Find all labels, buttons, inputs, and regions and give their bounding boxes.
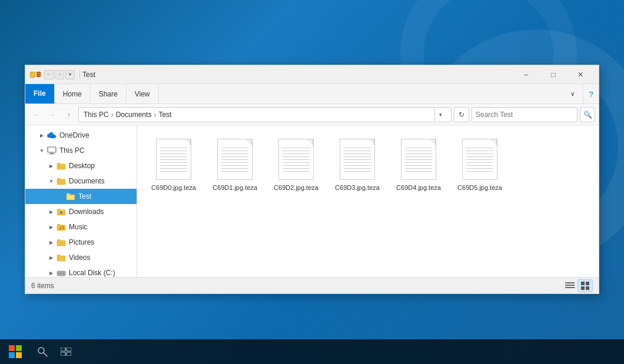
sidebar-toggle-videos[interactable]: ▶ [47, 253, 56, 262]
file-item[interactable]: C69D2.jpg.teza [268, 133, 324, 197]
nav-up-button[interactable]: ↑ [62, 108, 76, 122]
qat-forward[interactable]: → [55, 70, 64, 79]
tab-share[interactable]: Share [91, 84, 127, 103]
qat-down[interactable]: ▾ [65, 70, 75, 79]
file-item[interactable]: C69D4.jpg.teza [390, 133, 447, 197]
sidebar-item-test[interactable]: Test [25, 189, 137, 204]
svg-rect-30 [61, 352, 65, 356]
svg-rect-3 [57, 164, 65, 169]
file-name: C69D2.jpg.teza [274, 183, 318, 192]
sidebar-label-thispc: This PC [59, 146, 85, 155]
svg-rect-29 [67, 348, 71, 351]
search-input[interactable] [476, 111, 573, 119]
content-area[interactable]: C69D0.jpg.teza C69D1.jpg.teza C69D2.jpg.… [137, 125, 599, 277]
ribbon-help[interactable]: ? [583, 84, 599, 104]
sidebar-label-documents: Documents [69, 177, 105, 185]
sidebar-toggle-localdisk[interactable]: ▶ [47, 268, 56, 277]
sidebar-item-onedrive[interactable]: ▶ OneDrive [25, 128, 137, 143]
title-bar-sep [79, 71, 80, 79]
sidebar-toggle-music[interactable]: ▶ [47, 222, 56, 232]
status-bar: 6 items [25, 277, 599, 293]
file-item[interactable]: C69D1.jpg.teza [207, 133, 263, 197]
sidebar-item-downloads[interactable]: ▶ Downloads [25, 204, 137, 219]
tab-view[interactable]: View [127, 84, 159, 103]
downloads-icon [56, 206, 67, 217]
sidebar-toggle-thispc[interactable]: ▼ [37, 146, 47, 155]
svg-point-9 [62, 227, 64, 229]
sidebar-item-localdisk[interactable]: ▶ Local Disk (C:) [25, 265, 137, 277]
sidebar-toggle-pictures[interactable]: ▶ [47, 238, 56, 247]
address-path[interactable]: This PC › Documents › Test ▾ [78, 107, 452, 122]
sidebar-toggle-downloads[interactable]: ▶ [47, 207, 56, 216]
documents-folder-icon [56, 176, 67, 186]
svg-rect-16 [565, 285, 575, 286]
sidebar-toggle-test[interactable] [56, 192, 65, 201]
svg-rect-2 [49, 154, 55, 155]
breadcrumb-sep1: › [111, 111, 114, 119]
task-view-button[interactable] [54, 339, 78, 364]
nav-forward-button[interactable]: → [45, 108, 59, 122]
file-item[interactable]: C69D0.jpg.teza [145, 133, 202, 197]
svg-rect-5 [67, 195, 75, 200]
sidebar-item-thispc[interactable]: ▼ This PC [25, 143, 137, 158]
breadcrumb-thispc[interactable]: This PC [84, 111, 109, 119]
ribbon-expand[interactable]: ∨ [562, 84, 583, 103]
nav-back-button[interactable]: ← [29, 108, 43, 122]
sidebar-item-videos[interactable]: ▶ Videos [25, 250, 137, 265]
tab-home[interactable]: Home [55, 84, 91, 103]
music-icon [56, 222, 67, 232]
file-icon [461, 139, 499, 181]
qat-back[interactable]: ← [44, 70, 54, 79]
maximize-button[interactable]: □ [540, 65, 567, 84]
minimize-button[interactable]: – [513, 65, 540, 84]
sidebar-label-downloads: Downloads [69, 208, 104, 216]
main-area: ▶ OneDrive ▼ This PC ▶ Deskto [25, 125, 599, 277]
window-title: Test [82, 71, 513, 79]
start-button[interactable] [0, 339, 31, 364]
svg-rect-14 [58, 273, 61, 273]
sidebar-item-documents[interactable]: ▼ Documents [25, 173, 137, 189]
view-grid-button[interactable] [577, 279, 593, 292]
onedrive-icon [47, 130, 57, 141]
tab-file[interactable]: File [25, 84, 55, 103]
address-dropdown-button[interactable]: ▾ [434, 107, 446, 122]
item-count: 6 items [31, 282, 54, 290]
sidebar-toggle-documents[interactable]: ▼ [47, 176, 56, 186]
sidebar-item-pictures[interactable]: ▶ Pictures [25, 235, 137, 250]
close-button[interactable]: ✕ [567, 65, 594, 84]
taskbar[interactable] [0, 339, 624, 364]
title-bar: ← → ▾ Test – □ ✕ [25, 65, 599, 84]
breadcrumb-documents[interactable]: Documents [116, 111, 152, 119]
file-icon [400, 139, 437, 181]
file-item[interactable]: C69D5.jpg.teza [452, 133, 508, 197]
sidebar-toggle-onedrive[interactable]: ▶ [37, 131, 47, 140]
svg-rect-17 [565, 287, 575, 288]
breadcrumb-sep2: › [154, 111, 156, 119]
search-box[interactable] [472, 107, 577, 122]
search-taskbar-button[interactable] [31, 339, 54, 364]
svg-rect-18 [581, 282, 585, 285]
file-name: C69D5.jpg.teza [457, 183, 502, 192]
svg-rect-20 [581, 286, 585, 290]
search-icon-button[interactable]: 🔍 [580, 107, 595, 122]
sidebar-item-music[interactable]: ▶ Music [25, 219, 137, 235]
file-item[interactable]: C69D3.jpg.teza [329, 133, 386, 197]
file-icon [277, 139, 315, 181]
breadcrumb-test[interactable]: Test [158, 111, 171, 119]
refresh-button[interactable]: ↻ [454, 107, 469, 122]
sidebar-toggle-desktop[interactable]: ▶ [47, 161, 56, 171]
svg-rect-22 [9, 345, 15, 351]
svg-rect-0 [48, 147, 56, 152]
file-grid: C69D0.jpg.teza C69D1.jpg.teza C69D2.jpg.… [143, 131, 593, 199]
title-bar-qat: ← → ▾ [44, 70, 75, 79]
view-list-button[interactable] [562, 279, 577, 292]
svg-rect-4 [57, 179, 65, 185]
sidebar-label-desktop: Desktop [69, 162, 95, 170]
sidebar-item-desktop[interactable]: ▶ Desktop [25, 158, 137, 173]
explorer-window: ← → ▾ Test – □ ✕ File Home Share View ∨ … [25, 65, 599, 294]
sidebar-label-pictures: Pictures [69, 238, 94, 246]
file-name: C69D4.jpg.teza [396, 183, 441, 192]
title-bar-icon [30, 71, 41, 79]
file-icon [216, 139, 254, 181]
file-name: C69D0.jpg.teza [151, 183, 196, 192]
